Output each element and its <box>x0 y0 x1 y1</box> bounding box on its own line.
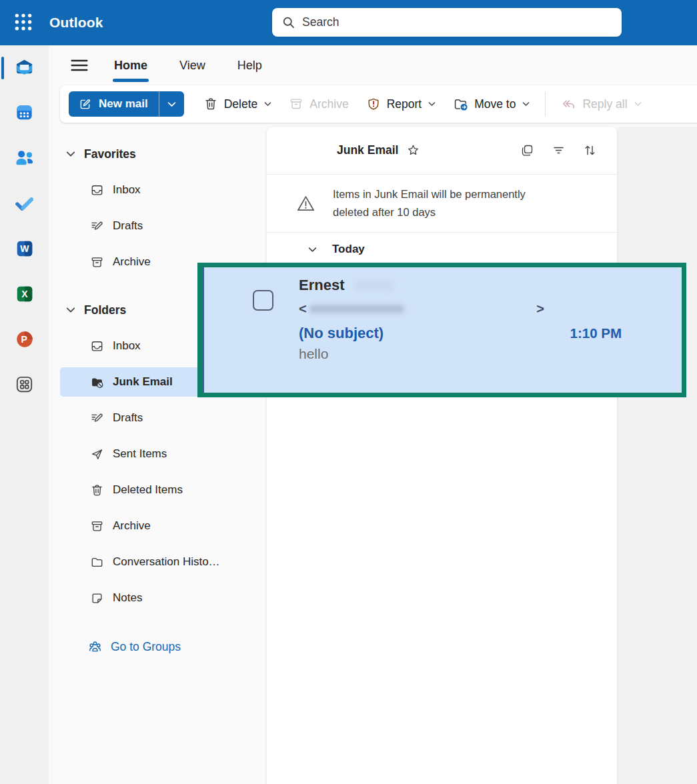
sidebar-item-label: Notes <box>113 591 142 605</box>
sidebar-item-label: Deleted Items <box>113 483 183 497</box>
drafts-icon <box>90 219 104 233</box>
hamburger-button[interactable] <box>69 55 90 76</box>
search-input[interactable] <box>302 15 612 29</box>
email-sender-redacted: xxxxxx <box>355 278 393 293</box>
tab-selected-underline <box>113 79 149 82</box>
sent-icon <box>90 447 104 461</box>
reply-all-button[interactable]: Reply all <box>552 91 650 117</box>
star-icon <box>406 143 420 157</box>
reply-all-icon <box>561 97 576 112</box>
rail-item-word[interactable]: W <box>0 227 49 272</box>
trash-icon <box>90 483 104 497</box>
new-mail-dropdown-button[interactable] <box>159 91 184 117</box>
sidebar-item-label: Archive <box>113 519 151 533</box>
rail-item-todo[interactable] <box>0 181 49 227</box>
go-to-groups-link[interactable]: Go to Groups <box>60 629 245 665</box>
tab-help[interactable]: Help <box>221 45 278 85</box>
new-mail-label: New mail <box>99 97 148 111</box>
message-list-panel: Junk Email <box>267 127 617 784</box>
junk-retention-warning: Items in Junk Email will be permanently … <box>267 175 617 232</box>
sidebar-item-drafts[interactable]: Drafts <box>60 400 245 436</box>
svg-text:P: P <box>21 334 27 345</box>
chevron-down-icon <box>66 151 75 157</box>
tab-home[interactable]: Home <box>98 45 163 85</box>
sort-button[interactable] <box>583 143 597 157</box>
archive-icon <box>90 519 104 533</box>
favorite-star-button[interactable] <box>406 143 420 157</box>
app-launcher-button[interactable] <box>8 7 39 38</box>
sidebar-item-sent-items[interactable]: Sent Items <box>60 436 245 472</box>
junk-folder-icon <box>90 375 104 389</box>
excel-icon: X <box>15 284 35 306</box>
sidebar-item-label: Drafts <box>113 219 143 233</box>
filter-icon <box>552 143 566 157</box>
tab-view[interactable]: View <box>163 45 221 85</box>
sidebar-item-label: Conversation Histo… <box>113 555 220 569</box>
address-open-bracket: < <box>299 301 307 317</box>
sidebar-item-conversation-history[interactable]: Conversation Histo… <box>60 544 245 580</box>
rail-item-mail[interactable] <box>0 45 49 91</box>
folder-pane: Favorites Inbox Drafts <box>49 127 267 784</box>
toolbar: New mail Delete <box>60 85 697 123</box>
today-group-header[interactable]: Today <box>267 233 617 266</box>
sidebar-item-label: Inbox <box>113 183 141 197</box>
powerpoint-icon: P <box>15 329 35 351</box>
report-button[interactable]: Report <box>358 91 445 117</box>
chevron-down-icon <box>66 307 75 313</box>
app-launcher-icon <box>13 12 33 34</box>
rail-item-more-apps[interactable] <box>0 363 49 408</box>
ribbon-tabs: Home View Help <box>98 45 278 85</box>
rail-item-calendar[interactable] <box>0 91 49 136</box>
sidebar-item-notes[interactable]: Notes <box>60 580 245 616</box>
tab-view-label: View <box>179 59 205 72</box>
people-icon <box>14 147 35 170</box>
delete-label: Delete <box>224 97 258 111</box>
archive-button[interactable]: Archive <box>280 91 357 117</box>
rail-item-powerpoint[interactable]: P <box>0 317 49 363</box>
chevron-down-icon <box>264 101 271 107</box>
sidebar-item-deleted-items[interactable]: Deleted Items <box>60 472 245 508</box>
chevron-down-icon <box>167 101 176 107</box>
email-select-checkbox[interactable] <box>253 290 273 311</box>
sidebar-item-archive[interactable]: Archive <box>60 508 245 544</box>
new-mail-button[interactable]: New mail <box>69 91 159 117</box>
tab-help-label: Help <box>237 59 262 72</box>
email-sender-name: Ernest <box>299 277 344 294</box>
rail-item-people[interactable] <box>0 136 49 181</box>
email-subject: (No subject) <box>299 325 384 342</box>
mail-icon <box>14 57 35 79</box>
delete-button[interactable]: Delete <box>195 91 281 117</box>
archive-label: Archive <box>309 97 348 111</box>
search-box[interactable] <box>272 8 622 37</box>
warning-triangle-icon <box>295 193 316 214</box>
email-preview: hello <box>299 346 672 362</box>
address-close-bracket: > <box>536 301 544 317</box>
sidebar-item-label: Sent Items <box>113 447 167 461</box>
message-list-header: Junk Email <box>267 127 617 174</box>
move-to-button[interactable]: Move to <box>444 91 538 117</box>
select-all-icon <box>520 143 534 157</box>
chevron-down-icon <box>428 101 436 107</box>
tab-home-label: Home <box>114 59 147 72</box>
folder-title: Junk Email <box>337 143 398 157</box>
sidebar-item-inbox-favorite[interactable]: Inbox <box>60 172 245 208</box>
svg-text:X: X <box>21 289 28 299</box>
notes-icon <box>90 591 104 605</box>
chevron-down-icon <box>634 101 642 107</box>
toolbar-divider <box>545 92 546 116</box>
sort-arrows-icon <box>583 143 597 157</box>
select-messages-button[interactable] <box>520 143 534 157</box>
filter-button[interactable] <box>552 143 566 157</box>
move-to-folder-icon <box>453 97 468 112</box>
favorites-section-header[interactable]: Favorites <box>49 136 267 172</box>
today-label: Today <box>332 243 365 256</box>
top-bar: Outlook <box>0 0 697 45</box>
chevron-down-icon <box>308 247 317 253</box>
sidebar-item-drafts-favorite[interactable]: Drafts <box>60 208 245 244</box>
highlighted-email-item[interactable]: Ernest xxxxxx < xxxxxxxxxxxxxx > (No sub… <box>197 263 686 397</box>
calendar-icon <box>14 102 35 125</box>
rail-item-excel[interactable]: X <box>0 272 49 317</box>
email-address-row: < xxxxxxxxxxxxxx > <box>299 297 544 320</box>
archive-icon <box>289 97 303 111</box>
sidebar-item-label: Archive <box>113 255 151 269</box>
